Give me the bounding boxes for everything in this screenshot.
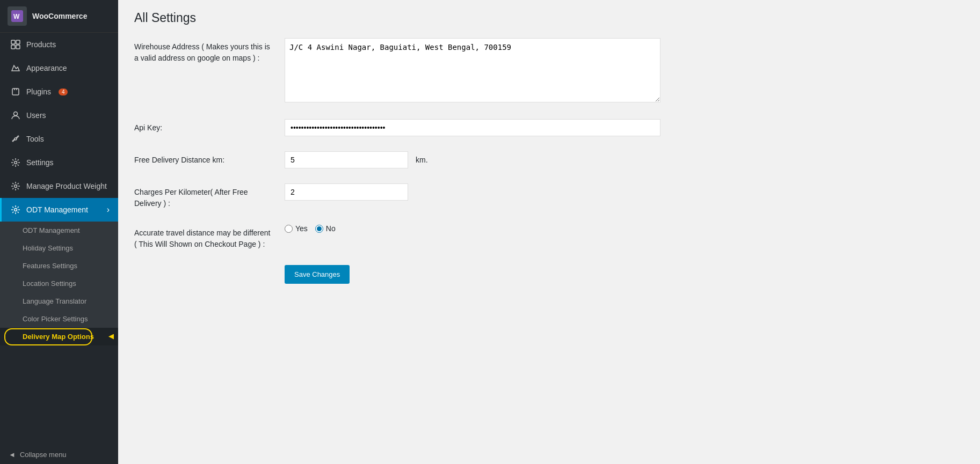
sidebar-users-label: Users (26, 111, 46, 120)
svg-point-11 (14, 209, 17, 211)
svg-text:W: W (13, 13, 20, 20)
svg-rect-2 (11, 40, 15, 44)
api-key-input[interactable] (285, 119, 660, 136)
sidebar-tools-label: Tools (26, 135, 44, 143)
save-label-spacer (134, 265, 274, 268)
svg-point-8 (14, 138, 17, 140)
warehouse-control-wrap (285, 38, 964, 104)
free-delivery-control-wrap: km. (285, 151, 964, 168)
sidebar-manage-weight-label: Manage Product Weight (26, 182, 107, 190)
sidebar-item-users[interactable]: Users (0, 104, 118, 127)
radio-no-text: No (326, 224, 336, 233)
users-icon (10, 110, 21, 121)
radio-no-label[interactable]: No (315, 224, 336, 233)
submenu-features-settings[interactable]: Features Settings (0, 257, 118, 275)
svg-point-9 (14, 161, 17, 164)
accurate-travel-row: Accurate travel distance may be differen… (134, 224, 964, 250)
settings-form: Wirehouse Address ( Makes yours this is … (134, 38, 964, 284)
charges-row: Charges Per Kilometer( After Free Delive… (134, 183, 964, 209)
svg-rect-6 (12, 89, 19, 95)
submenu-color-picker-settings[interactable]: Color Picker Settings (0, 310, 118, 328)
submenu-location-settings[interactable]: Location Settings (0, 275, 118, 292)
warehouse-label: Wirehouse Address ( Makes yours this is … (134, 38, 274, 64)
settings-icon (10, 157, 21, 168)
free-delivery-label: Free Delivery Distance km: (134, 151, 274, 166)
accurate-travel-radio-group: Yes No (285, 224, 964, 233)
sidebar-odt-label: ODT Management (26, 205, 88, 214)
odt-icon (10, 204, 21, 215)
sidebar-item-plugins[interactable]: Plugins 4 (0, 80, 118, 104)
free-delivery-row: Free Delivery Distance km: km. (134, 151, 964, 168)
submenu-odt-management[interactable]: ODT Management (0, 222, 118, 239)
free-delivery-inline: km. (285, 151, 964, 168)
radio-yes-label[interactable]: Yes (285, 224, 308, 233)
accurate-travel-control-wrap: Yes No (285, 224, 964, 233)
sidebar-item-manage-product-weight[interactable]: Manage Product Weight (0, 174, 118, 198)
radio-no-input[interactable] (315, 225, 323, 233)
plugins-icon (10, 86, 21, 97)
odt-submenu: ODT Management Holiday Settings Features… (0, 222, 118, 345)
appearance-icon (10, 63, 21, 73)
save-row: Save Changes (134, 265, 964, 284)
collapse-menu[interactable]: ◄ Collapse menu (0, 445, 118, 464)
svg-rect-3 (16, 40, 20, 44)
tools-icon (10, 134, 21, 144)
charges-control-wrap (285, 183, 964, 201)
charges-label: Charges Per Kilometer( After Free Delive… (134, 183, 274, 209)
sidebar: W WooCommerce Products Appearance (0, 0, 118, 464)
charges-input[interactable] (285, 183, 408, 201)
svg-point-10 (14, 185, 17, 188)
accurate-travel-label: Accurate travel distance may be differen… (134, 224, 274, 250)
sidebar-logo[interactable]: W WooCommerce (0, 0, 118, 33)
api-key-control-wrap (285, 119, 964, 136)
svg-point-7 (14, 112, 18, 116)
sidebar-settings-label: Settings (26, 158, 54, 167)
sidebar-item-settings[interactable]: Settings (0, 151, 118, 174)
submenu-delivery-map-options[interactable]: Delivery Map Options (0, 328, 118, 345)
submenu-language-translator[interactable]: Language Translator (0, 292, 118, 310)
svg-rect-5 (16, 45, 20, 49)
api-key-row: Api Key: (134, 119, 964, 136)
radio-yes-text: Yes (295, 224, 308, 233)
warehouse-address-input[interactable] (285, 38, 660, 102)
api-key-label: Api Key: (134, 119, 274, 134)
sidebar-appearance-label: Appearance (26, 64, 67, 72)
page-title: All Settings (134, 11, 964, 25)
sidebar-item-products[interactable]: Products (0, 33, 118, 56)
products-icon (10, 39, 21, 50)
sidebar-item-tools[interactable]: Tools (0, 127, 118, 151)
save-button[interactable]: Save Changes (285, 265, 350, 284)
plugins-badge: 4 (59, 89, 68, 95)
collapse-label: Collapse menu (20, 451, 67, 459)
warehouse-row: Wirehouse Address ( Makes yours this is … (134, 38, 964, 104)
sidebar-logo-text: WooCommerce (32, 12, 87, 20)
woo-icon: W (8, 6, 27, 26)
sidebar-item-odt-management[interactable]: ODT Management › (0, 198, 118, 222)
sidebar-item-appearance[interactable]: Appearance (0, 56, 118, 80)
sidebar-plugins-label: Plugins (26, 87, 51, 96)
sidebar-products-label: Products (26, 40, 56, 49)
radio-yes-input[interactable] (285, 225, 293, 233)
km-unit-label: km. (416, 156, 428, 164)
submenu-holiday-settings[interactable]: Holiday Settings (0, 239, 118, 257)
manage-weight-icon (10, 181, 21, 192)
svg-rect-4 (11, 45, 15, 49)
free-delivery-input[interactable] (285, 151, 408, 168)
collapse-icon: ◄ (9, 451, 16, 459)
main-content: All Settings Wirehouse Address ( Makes y… (118, 0, 980, 464)
save-control-wrap: Save Changes (285, 265, 964, 284)
